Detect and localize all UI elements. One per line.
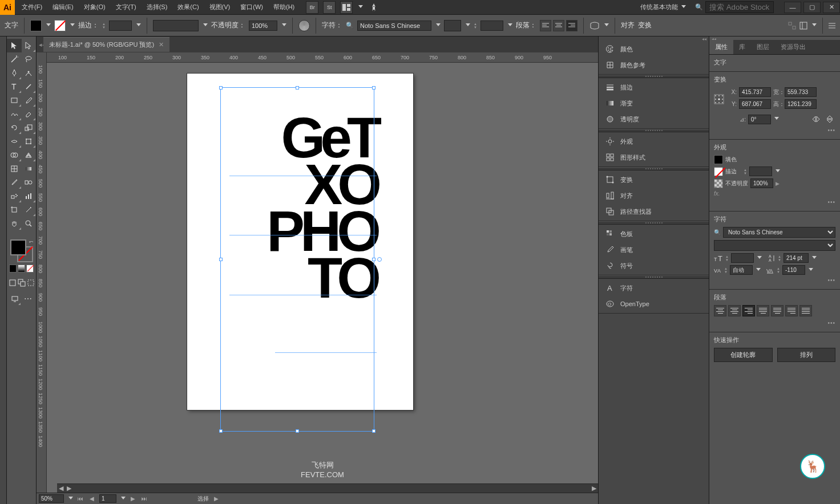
gradient-mode-swatch[interactable] — [18, 265, 25, 273]
draw-normal-icon[interactable] — [9, 276, 17, 290]
text-out-port[interactable] — [377, 257, 382, 262]
stroke-dropdown[interactable] — [69, 23, 75, 28]
gradient-tool[interactable] — [22, 162, 37, 176]
horizontal-scrollbar[interactable]: ◀ ▶ ▶ — [57, 483, 598, 493]
paintbrush-tool[interactable] — [22, 94, 37, 107]
stock-button[interactable]: St — [323, 1, 336, 14]
stroke-weight-input[interactable] — [109, 21, 132, 31]
char-kerning-input[interactable] — [730, 265, 753, 275]
scale-tool[interactable] — [22, 121, 37, 135]
scroll-right2-icon[interactable]: ▶ — [590, 485, 598, 493]
flip-horizontal-icon[interactable] — [810, 113, 822, 125]
eraser-tool[interactable] — [22, 107, 37, 121]
window-maximize[interactable]: ▢ — [803, 2, 821, 13]
menu-object[interactable]: 对象(O) — [79, 1, 110, 14]
control-bar-dropdown[interactable] — [811, 23, 817, 28]
color-mode-swatch[interactable] — [9, 265, 17, 273]
close-tab-icon[interactable]: ✕ — [159, 41, 164, 48]
lasso-tool[interactable] — [22, 52, 37, 66]
mesh-tool[interactable] — [7, 162, 22, 176]
para-align-right[interactable] — [742, 305, 755, 316]
ruler-vertical[interactable]: 1001502002503003504004505005506006507007… — [37, 52, 47, 493]
scroll-right-icon[interactable]: ▶ — [65, 485, 73, 493]
panel-图形样式[interactable]: 图形样式 — [599, 149, 709, 165]
window-close[interactable]: ✕ — [823, 2, 840, 13]
fill-color-swatch[interactable] — [30, 20, 42, 31]
char-leading-input[interactable] — [784, 253, 809, 263]
artboard-dropdown[interactable] — [120, 497, 126, 501]
appearance-stroke-weight[interactable] — [749, 166, 772, 176]
char-tracking-input[interactable] — [782, 265, 805, 275]
prev-artboard-icon[interactable]: ◀ — [88, 495, 96, 503]
para-align-center[interactable] — [728, 305, 741, 316]
panel-OpenType[interactable]: OOpenType — [599, 296, 709, 312]
para-more-icon[interactable]: ••• — [827, 320, 835, 326]
font-family-dropdown[interactable] — [435, 23, 441, 28]
search-stock-input[interactable] — [705, 1, 774, 13]
appearance-more-icon[interactable]: ••• — [827, 199, 835, 205]
draw-inside-icon[interactable] — [27, 276, 35, 290]
font-family-select[interactable]: Noto Sans S Chinese — [357, 21, 431, 31]
artboard-number-input[interactable] — [99, 494, 116, 503]
document-tab[interactable]: 未标题-1.ai* @ 50% (RGB/GPU 预览) ✕ — [43, 37, 169, 52]
shape-builder-tool[interactable] — [7, 148, 22, 162]
panel-字符[interactable]: A字符 — [599, 280, 709, 296]
none-mode-swatch[interactable] — [26, 265, 34, 273]
tab-asset-export[interactable]: 资源导出 — [775, 40, 811, 54]
draw-behind-icon[interactable] — [18, 276, 26, 290]
panel-颜色[interactable]: 颜色 — [599, 41, 709, 57]
opacity-rp-dropdown[interactable]: ▶ — [776, 181, 780, 186]
panel-符号[interactable]: 符号 — [599, 258, 709, 274]
brush-definition[interactable] — [153, 20, 199, 31]
panel-对齐[interactable]: 对齐 — [599, 188, 709, 204]
para-justify-left[interactable] — [757, 305, 769, 316]
char-size-dropdown[interactable] — [756, 256, 762, 261]
align-center-button[interactable] — [553, 20, 564, 31]
zoom-dropdown[interactable] — [67, 497, 73, 501]
panel-路径查找器[interactable]: 路径查找器 — [599, 204, 709, 220]
transform-h-input[interactable] — [785, 99, 817, 109]
font-style-dropdown[interactable] — [465, 23, 470, 28]
stroke-weight-dropdown[interactable] — [135, 23, 141, 28]
type-tool[interactable]: T — [7, 80, 22, 94]
perspective-grid-tool[interactable] — [22, 148, 37, 162]
panel-透明度[interactable]: 透明度 — [599, 111, 709, 127]
para-align-left[interactable] — [714, 305, 726, 316]
symbol-sprayer-tool[interactable] — [7, 189, 22, 203]
next-artboard-icon[interactable]: ▶ — [129, 495, 137, 503]
tab-layers[interactable]: 图层 — [751, 40, 775, 54]
fill-box[interactable] — [10, 239, 26, 255]
artboard-tool[interactable] — [7, 203, 22, 217]
shaper-tool[interactable] — [7, 107, 22, 121]
stroke-weight-rp-dropdown[interactable] — [774, 169, 780, 174]
make-envelope-icon[interactable] — [589, 21, 600, 30]
zoom-level-input[interactable] — [39, 494, 64, 503]
appearance-opacity-input[interactable] — [750, 178, 773, 188]
tabs-expand-icon[interactable]: ◂◂ — [39, 41, 43, 48]
menu-select[interactable]: 选择(S) — [142, 1, 172, 14]
panel-画笔[interactable]: 画笔 — [599, 242, 709, 258]
font-size-dropdown[interactable] — [507, 23, 512, 28]
align-right-button[interactable] — [566, 20, 578, 31]
direct-selection-tool[interactable] — [22, 39, 37, 52]
fill-stroke-selector[interactable]: ⤺ — [10, 239, 33, 262]
fx-button[interactable]: fx. — [714, 190, 720, 197]
flip-vertical-icon[interactable] — [824, 113, 835, 125]
curvature-tool[interactable] — [22, 66, 37, 80]
opacity-input[interactable] — [249, 21, 277, 31]
char-font-select[interactable]: Noto Sans S Chinese — [723, 227, 835, 238]
char-tracking-dropdown[interactable] — [807, 268, 813, 273]
para-justify-right[interactable] — [785, 305, 798, 316]
first-artboard-icon[interactable]: ⏮ — [76, 495, 84, 503]
appearance-stroke-swatch[interactable] — [714, 167, 723, 176]
menu-window[interactable]: 窗口(W) — [236, 1, 268, 14]
char-panel-label[interactable]: 字符： — [322, 21, 342, 30]
arrange-button[interactable]: 排列 — [777, 348, 836, 362]
gpu-rocket-icon[interactable] — [368, 1, 380, 14]
left-dock-strip[interactable] — [0, 36, 7, 504]
window-minimize[interactable]: — — [784, 2, 801, 13]
align-left-button[interactable] — [540, 20, 551, 31]
transform-y-input[interactable] — [739, 99, 771, 109]
slice-tool[interactable] — [22, 203, 37, 217]
menu-effect[interactable]: 效果(C) — [173, 1, 203, 14]
